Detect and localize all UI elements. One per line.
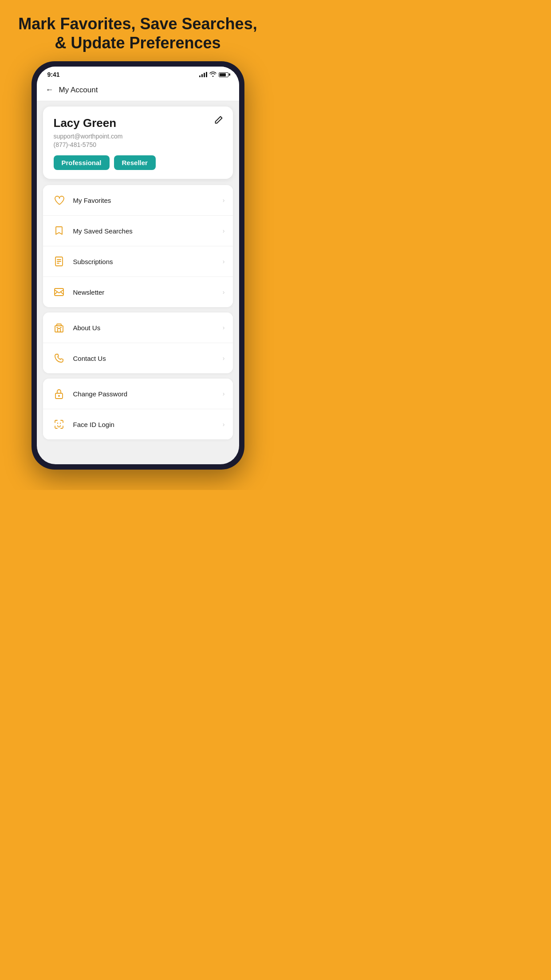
contact-label: Contact Us xyxy=(73,355,223,362)
svg-rect-4 xyxy=(55,288,63,296)
face-id-label: Face ID Login xyxy=(73,421,223,428)
profile-card: Lacy Green support@worthpoint.com (877)-… xyxy=(43,107,233,179)
status-bar: 9:41 xyxy=(37,67,239,81)
bookmark-icon xyxy=(51,223,67,239)
edit-profile-button[interactable] xyxy=(214,115,223,126)
svg-point-12 xyxy=(58,395,60,397)
battery-icon xyxy=(219,72,228,77)
profile-phone: (877)-481-5750 xyxy=(54,141,222,148)
svg-rect-8 xyxy=(58,328,60,332)
menu-item-favorites[interactable]: My Favorites › xyxy=(43,185,233,216)
menu-group-3: Change Password › xyxy=(43,379,233,439)
chevron-icon: › xyxy=(223,288,225,296)
chevron-icon: › xyxy=(223,258,225,265)
menu-item-change-password[interactable]: Change Password › xyxy=(43,379,233,409)
page-header: ← My Account xyxy=(37,81,239,101)
menu-scroll-area: My Favorites › My Saved Searches › xyxy=(37,179,239,464)
faceid-icon xyxy=(51,416,67,432)
back-button[interactable]: ← xyxy=(46,85,54,95)
menu-item-face-id[interactable]: Face ID Login › xyxy=(43,409,233,439)
lock-icon xyxy=(51,386,67,402)
status-time: 9:41 xyxy=(47,71,60,78)
chevron-icon: › xyxy=(223,227,225,234)
chevron-icon: › xyxy=(223,197,225,204)
svg-line-5 xyxy=(55,292,57,294)
chevron-icon: › xyxy=(223,421,225,428)
headline: Mark Favorites, Save Searches, & Update … xyxy=(0,0,276,61)
chevron-icon: › xyxy=(223,355,225,362)
heart-icon xyxy=(51,192,67,208)
change-password-label: Change Password xyxy=(73,390,223,398)
receipt-icon xyxy=(51,253,67,269)
newsletter-label: Newsletter xyxy=(73,288,223,296)
menu-group-1: My Favorites › My Saved Searches › xyxy=(43,185,233,307)
saved-searches-label: My Saved Searches xyxy=(73,227,223,235)
tag-professional: Professional xyxy=(54,155,110,170)
menu-group-2: About Us › Contact Us › xyxy=(43,312,233,373)
mail-icon xyxy=(51,284,67,300)
phone-mockup: 9:41 xyxy=(31,61,244,470)
menu-item-subscriptions[interactable]: Subscriptions › xyxy=(43,246,233,277)
menu-item-saved-searches[interactable]: My Saved Searches › xyxy=(43,216,233,246)
about-label: About Us xyxy=(73,324,223,332)
signal-icon xyxy=(199,72,207,77)
svg-rect-7 xyxy=(55,326,63,332)
favorites-label: My Favorites xyxy=(73,197,223,204)
profile-email: support@worthpoint.com xyxy=(54,133,222,140)
status-icons xyxy=(199,71,228,78)
menu-item-newsletter[interactable]: Newsletter › xyxy=(43,277,233,307)
phone-icon xyxy=(51,350,67,366)
chevron-icon: › xyxy=(223,324,225,331)
tag-reseller: Reseller xyxy=(114,155,156,170)
profile-name: Lacy Green xyxy=(54,116,222,130)
chevron-icon: › xyxy=(223,390,225,397)
wifi-icon xyxy=(209,71,216,78)
subscriptions-label: Subscriptions xyxy=(73,258,223,265)
profile-tags: Professional Reseller xyxy=(54,155,222,170)
menu-item-about[interactable]: About Us › xyxy=(43,312,233,343)
building-icon xyxy=(51,320,67,336)
menu-item-contact[interactable]: Contact Us › xyxy=(43,343,233,373)
page-title: My Account xyxy=(59,86,98,95)
